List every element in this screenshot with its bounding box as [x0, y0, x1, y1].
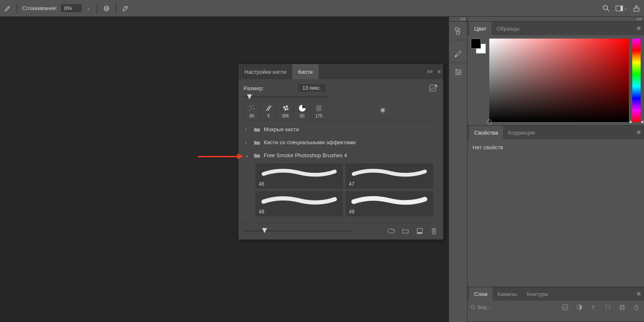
svg-text:T: T: [592, 304, 595, 310]
chevron-right-icon: ›: [245, 127, 250, 132]
svg-point-12: [254, 109, 254, 109]
share-icon[interactable]: [632, 4, 641, 13]
smoothing-label: Сглаживание:: [22, 5, 57, 11]
brushes-panel: Настройки кисти Кисти >> ≡ Размер: 13 пи…: [238, 64, 444, 240]
new-folder-icon[interactable]: [401, 227, 410, 235]
symmetry-icon[interactable]: [121, 4, 130, 13]
smoothing-dropdown[interactable]: ⌄: [85, 6, 92, 10]
brush-tip-5[interactable]: [328, 101, 438, 120]
canvas-area[interactable]: Настройки кисти Кисти >> ≡ Размер: 13 пи…: [0, 17, 449, 322]
panel-menu-icon[interactable]: ≡: [635, 25, 642, 32]
panel-menu-icon[interactable]: ≡: [435, 69, 443, 75]
gear-icon[interactable]: [102, 4, 111, 13]
brushes-footer: [239, 222, 443, 239]
folder-label: Мокрые кисти: [264, 126, 299, 132]
filter-type-icon[interactable]: T: [589, 303, 598, 312]
folder-special-effects[interactable]: › Кисти со специальными эффектами: [244, 136, 438, 149]
brush-tip-3[interactable]: 50: [294, 101, 310, 120]
new-brush-preset-icon[interactable]: [415, 227, 424, 235]
brush-size-value[interactable]: 13 пикс.: [298, 84, 325, 92]
brush-size-label: Размер:: [244, 85, 264, 91]
brush-tip-0[interactable]: 80: [244, 101, 260, 120]
tab-channels[interactable]: Каналы: [493, 287, 522, 301]
tab-adjustments[interactable]: Коррекция: [503, 126, 540, 139]
brush-tip-2[interactable]: 306: [278, 101, 293, 120]
create-brush-icon[interactable]: [429, 83, 438, 93]
brush-icon[interactable]: [449, 44, 467, 63]
filter-pixel-icon[interactable]: [561, 303, 569, 312]
chevron-right-icon: ›: [245, 140, 250, 145]
annotation-arrow: [198, 154, 243, 159]
svg-point-1: [106, 8, 107, 9]
svg-point-35: [457, 73, 459, 75]
filter-lock-icon[interactable]: [632, 303, 641, 312]
panel-menu-icon[interactable]: ≡: [635, 290, 642, 298]
workspace-icon[interactable]: ⌄: [615, 4, 627, 13]
folder-icon: [254, 140, 260, 145]
folder-icon: [254, 153, 260, 158]
brushes-panel-tabs: Настройки кисти Кисти >> ≡: [239, 64, 443, 79]
svg-rect-28: [457, 31, 459, 34]
svg-point-10: [252, 105, 253, 106]
history-icon[interactable]: [449, 22, 467, 40]
svg-point-29: [455, 55, 457, 57]
svg-point-16: [284, 108, 286, 110]
foreground-swatch[interactable]: [471, 39, 481, 49]
svg-line-37: [474, 308, 475, 309]
svg-rect-44: [635, 307, 638, 310]
svg-point-23: [381, 109, 384, 112]
panel-menu-icon[interactable]: ≡: [635, 129, 642, 136]
filter-shape-icon[interactable]: [604, 303, 612, 312]
layer-filter-select[interactable]: Вид ⌄: [471, 304, 492, 310]
folder-label: Кисти со специальными эффектами: [264, 139, 356, 145]
tab-brush-settings[interactable]: Настройки кисти: [239, 64, 292, 79]
properties-empty-text: Нет свойств: [467, 139, 644, 287]
trash-icon[interactable]: [430, 227, 438, 235]
preview-size-slider[interactable]: [244, 230, 353, 232]
svg-point-2: [126, 6, 127, 7]
brush-item-47[interactable]: 47: [345, 164, 433, 189]
brush-item-48[interactable]: 48: [255, 191, 343, 216]
color-panel: Цвет Образцы ≡: [467, 22, 644, 126]
svg-rect-41: [606, 305, 610, 309]
folder-label: Free Smoke Photoshop Brushes 4: [264, 152, 347, 158]
svg-point-9: [249, 106, 250, 106]
brush-grid: 46 47 48 49: [244, 162, 438, 218]
adjustments-icon[interactable]: [449, 63, 467, 81]
search-icon[interactable]: [602, 4, 610, 13]
svg-point-15: [286, 105, 288, 107]
folder-icon: [254, 127, 260, 132]
tab-swatches[interactable]: Образцы: [491, 22, 525, 35]
hue-slider[interactable]: [632, 39, 641, 122]
svg-point-3: [603, 5, 608, 10]
color-field[interactable]: [489, 39, 629, 122]
brush-size-slider[interactable]: [244, 96, 327, 98]
svg-point-13: [249, 110, 250, 111]
folder-free-smoke[interactable]: ⌄ Free Smoke Photoshop Brushes 4: [244, 149, 438, 162]
tab-properties[interactable]: Свойства: [469, 126, 503, 139]
folder-wet-brushes[interactable]: › Мокрые кисти: [244, 123, 438, 136]
tab-color[interactable]: Цвет: [469, 22, 491, 35]
svg-point-14: [283, 106, 285, 108]
collapse-icon[interactable]: >>: [424, 69, 435, 75]
filter-smart-icon[interactable]: [618, 303, 626, 312]
brush-tip-1[interactable]: 8: [261, 101, 277, 120]
fg-bg-swatches[interactable]: [471, 39, 486, 54]
brush-tool-icon[interactable]: [3, 4, 12, 13]
tab-brushes[interactable]: Кисти: [292, 64, 319, 79]
smoothing-value[interactable]: 0%: [61, 4, 82, 12]
tab-paths[interactable]: Контуры: [522, 287, 553, 301]
brush-item-46[interactable]: 46: [255, 164, 343, 189]
chevron-down-icon: ⌄: [245, 153, 250, 158]
toggle-preview-icon[interactable]: [387, 227, 395, 235]
svg-rect-43: [621, 306, 623, 309]
filter-adjustment-icon[interactable]: [575, 303, 584, 312]
brush-tip-4[interactable]: 175: [311, 101, 327, 120]
right-panel-dock: >> Цвет Образцы ≡: [467, 17, 644, 322]
collapse-arrows-icon[interactable]: >>: [467, 17, 644, 22]
svg-line-4: [607, 9, 609, 11]
tab-layers[interactable]: Слои: [469, 287, 493, 301]
properties-panel: Свойства Коррекция ≡ Нет свойств: [467, 126, 644, 287]
collapse-arrows-icon[interactable]: <<: [449, 17, 467, 22]
brush-item-49[interactable]: 49: [345, 191, 433, 216]
